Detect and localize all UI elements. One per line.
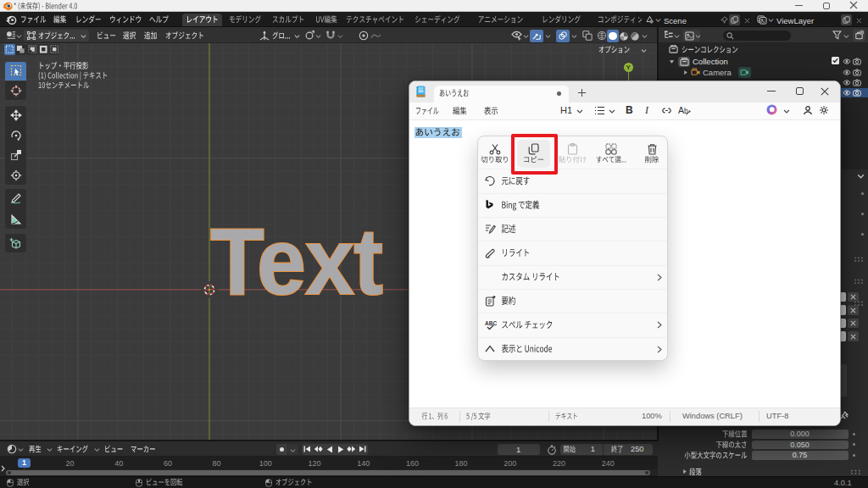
svg-text:Text: Text [210, 209, 382, 314]
svg-text:ABC: ABC [485, 319, 497, 325]
